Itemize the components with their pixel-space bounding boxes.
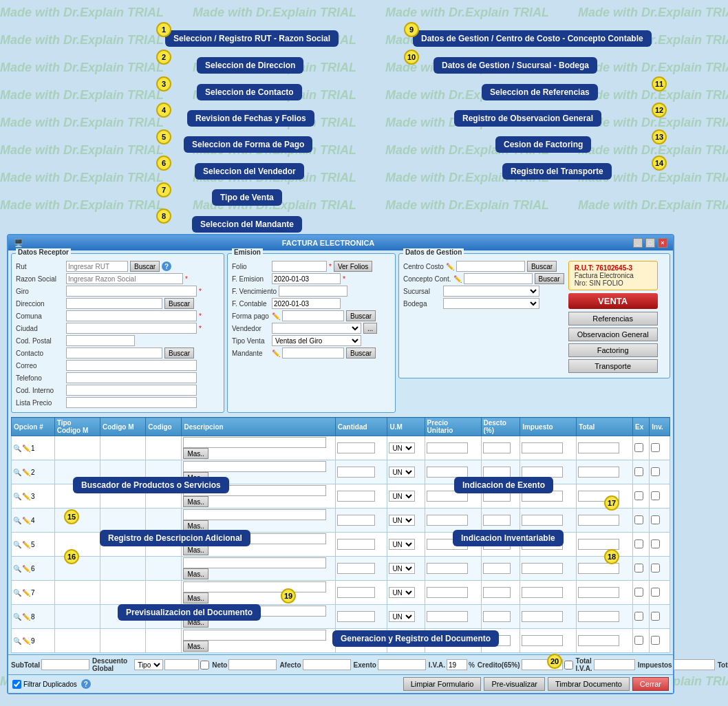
cantidad-input[interactable]	[337, 587, 375, 598]
centro-costo-buscar-button[interactable]: Buscar	[527, 261, 557, 272]
centro-costo-input[interactable]	[456, 261, 525, 272]
descto-input[interactable]	[483, 515, 511, 526]
row-edit-icon[interactable]: ✏️	[22, 469, 30, 476]
mandante-buscar-button[interactable]: Buscar	[346, 347, 376, 359]
precio-input[interactable]	[427, 539, 468, 550]
descripcion-input[interactable]	[183, 485, 325, 496]
inv-checkbox[interactable]	[651, 539, 660, 548]
row-search-icon[interactable]: 🔍	[13, 445, 21, 452]
total-cell-input[interactable]	[578, 587, 619, 598]
f-contable-input[interactable]	[272, 298, 341, 309]
row-search-icon[interactable]: 🔍	[13, 517, 21, 524]
descripcion-input[interactable]	[183, 606, 325, 617]
tipo-venta-select[interactable]: Ventas del Giro	[272, 335, 361, 346]
precio-input[interactable]	[427, 442, 468, 453]
impuesto-input[interactable]	[522, 563, 563, 574]
descto-input[interactable]	[483, 467, 511, 478]
ex-checkbox[interactable]	[634, 588, 643, 597]
concepto-cont-input[interactable]	[464, 273, 533, 284]
total-cell-input[interactable]	[578, 563, 619, 574]
ex-checkbox[interactable]	[634, 515, 643, 524]
direccion-buscar-button[interactable]: Buscar	[164, 298, 194, 309]
exento-input[interactable]	[378, 659, 426, 670]
precio-input[interactable]	[427, 515, 468, 526]
um-select[interactable]: UN	[389, 442, 415, 453]
ex-checkbox[interactable]	[634, 636, 643, 645]
impuesto-input[interactable]	[522, 491, 563, 502]
row-edit-icon[interactable]: ✏️	[22, 613, 30, 621]
ciudad-input[interactable]	[66, 323, 197, 334]
ex-checkbox[interactable]	[634, 491, 643, 500]
contacto-input[interactable]	[66, 347, 162, 359]
row-edit-icon[interactable]: ✏️	[22, 445, 30, 452]
inv-checkbox[interactable]	[651, 564, 660, 573]
impuesto-input[interactable]	[522, 611, 563, 622]
total-cell-input[interactable]	[578, 539, 619, 550]
ex-checkbox[interactable]	[634, 564, 643, 573]
close-button[interactable]: ×	[658, 238, 667, 248]
f-vencimiento-input[interactable]	[279, 286, 347, 297]
observacion-button[interactable]: Observacion General	[568, 328, 658, 341]
row-edit-icon[interactable]: ✏️	[22, 589, 30, 597]
neto-input[interactable]	[228, 659, 277, 670]
cerrar-button[interactable]: Cerrar	[632, 677, 669, 691]
descripcion-input[interactable]	[183, 533, 325, 544]
total-cell-input[interactable]	[578, 442, 619, 453]
um-select[interactable]: UN	[389, 587, 415, 598]
row-edit-icon[interactable]: ✏️	[22, 565, 30, 573]
descripcion-input[interactable]	[183, 581, 325, 592]
precio-input[interactable]	[427, 611, 468, 622]
impuesto-input[interactable]	[522, 467, 563, 478]
descto-input[interactable]	[483, 635, 511, 646]
forma-pago-input[interactable]	[282, 310, 344, 321]
factoring-button[interactable]: Factoring	[568, 343, 658, 357]
row-search-icon[interactable]: 🔍	[13, 589, 21, 597]
concepto-cont-buscar-button[interactable]: Buscar	[535, 273, 564, 284]
credito-checkbox[interactable]	[564, 661, 573, 670]
total-cell-input[interactable]	[578, 635, 619, 646]
row-edit-icon[interactable]: ✏️	[22, 541, 30, 548]
mas-button[interactable]: Mas..	[183, 448, 208, 459]
timbrar-documento-button[interactable]: Timbrar Documento	[548, 677, 630, 691]
um-select[interactable]: UN	[389, 611, 415, 622]
cantidad-input[interactable]	[337, 611, 375, 622]
um-select[interactable]: UN	[389, 635, 415, 646]
vendedor-extra-button[interactable]: ...	[363, 323, 377, 334]
row-search-icon[interactable]: 🔍	[13, 613, 21, 621]
sucursal-select[interactable]	[443, 286, 539, 297]
row-search-icon[interactable]: 🔍	[13, 541, 21, 548]
mas-button[interactable]: Mas..	[183, 472, 208, 483]
cod-interno-input[interactable]	[66, 385, 197, 396]
ex-checkbox[interactable]	[634, 539, 643, 548]
inv-checkbox[interactable]	[651, 636, 660, 645]
direccion-input[interactable]	[66, 298, 162, 309]
row-edit-icon[interactable]: ✏️	[22, 637, 30, 645]
cod-postal-input[interactable]	[66, 335, 135, 346]
descto-input[interactable]	[483, 442, 511, 453]
impuesto-input[interactable]	[522, 442, 563, 453]
credito-input[interactable]	[522, 659, 563, 670]
row-search-icon[interactable]: 🔍	[13, 637, 21, 645]
descripcion-input[interactable]	[183, 437, 325, 448]
total-cell-input[interactable]	[578, 467, 619, 478]
comuna-input[interactable]	[66, 310, 197, 321]
mas-button[interactable]: Mas..	[183, 496, 208, 507]
precio-input[interactable]	[427, 635, 468, 646]
descripcion-input[interactable]	[183, 557, 325, 568]
pre-visualizar-button[interactable]: Pre-visualizar	[484, 677, 545, 691]
descripcion-input[interactable]	[183, 630, 325, 641]
giro-input[interactable]	[66, 286, 197, 297]
descto-input[interactable]	[483, 587, 511, 598]
cantidad-input[interactable]	[337, 635, 375, 646]
ex-checkbox[interactable]	[634, 443, 643, 452]
contacto-buscar-button[interactable]: Buscar	[164, 347, 194, 359]
inv-checkbox[interactable]	[651, 491, 660, 500]
mandante-edit-icon[interactable]: ✏️	[272, 350, 280, 357]
folio-input[interactable]	[272, 261, 327, 272]
mas-button[interactable]: Mas..	[183, 544, 208, 555]
um-select[interactable]: UN	[389, 563, 415, 574]
razon-social-input[interactable]	[66, 273, 183, 284]
um-select[interactable]: UN	[389, 539, 415, 550]
transporte-button[interactable]: Transporte	[568, 359, 658, 373]
mas-button[interactable]: Mas..	[183, 641, 208, 652]
